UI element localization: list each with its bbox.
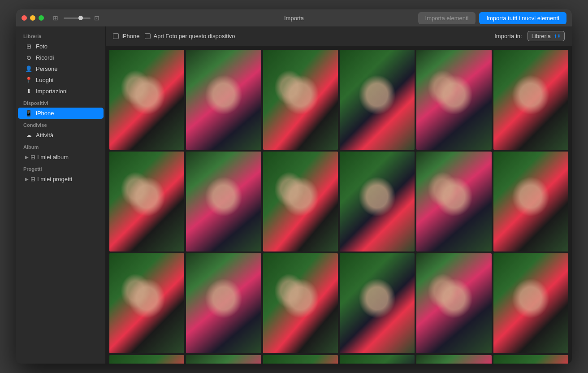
import-destination-dropdown[interactable]: Libreria ⬆⬇ [527, 31, 565, 41]
sidebar: Libreria ⊞ Foto ⊙ Ricordi 👤 Persone 📍 Lu… [16, 26, 106, 364]
album-icon: ⊞ [30, 154, 35, 160]
photo-thumbnail[interactable] [416, 253, 491, 353]
photo-thumbnail[interactable] [109, 253, 184, 353]
grid-icon: ⊞ [51, 13, 60, 22]
main-layout: Libreria ⊞ Foto ⊙ Ricordi 👤 Persone 📍 Lu… [16, 26, 572, 364]
sidebar-item-persone[interactable]: 👤 Persone [18, 63, 104, 74]
sidebar-item-iphone-label: iPhone [36, 110, 54, 117]
iphone-icon: 📱 [25, 110, 32, 117]
photo-thumbnail[interactable] [340, 253, 415, 353]
album-section-label: Album [16, 141, 105, 152]
app-window: ⊞ ⊡ Importa Importa elementi Importa tut… [16, 9, 572, 364]
sidebar-item-luoghi[interactable]: 📍 Luoghi [18, 74, 104, 86]
persone-icon: 👤 [25, 65, 32, 72]
photo-thumbnail[interactable] [416, 50, 491, 150]
close-button[interactable] [22, 15, 27, 21]
content-area: iPhone Apri Foto per questo dispositivo … [106, 26, 572, 364]
photo-thumbnail[interactable] [186, 253, 261, 353]
import-elements-button[interactable]: Importa elementi [418, 12, 476, 24]
sidebar-item-importazioni-label: Importazioni [36, 88, 68, 95]
import-all-new-button[interactable]: Importa tutti i nuovi elementi [479, 12, 566, 24]
maximize-button[interactable] [39, 15, 44, 21]
shared-section-label: Condivise [16, 119, 105, 130]
sidebar-item-attivita[interactable]: ☁ Attività [18, 130, 104, 141]
device-checkbox[interactable] [113, 33, 119, 39]
sidebar-item-importazioni[interactable]: ⬇ Importazioni [18, 86, 104, 97]
ricordi-icon: ⊙ [25, 54, 32, 61]
luoghi-icon: 📍 [25, 77, 32, 83]
photo-thumbnail[interactable] [186, 355, 261, 364]
window-title: Importa [284, 15, 304, 22]
devices-section-label: Dispositivi [16, 97, 105, 108]
device-name-label: iPhone [121, 33, 139, 39]
photo-thumbnail[interactable] [263, 355, 338, 364]
photo-thumbnail[interactable] [186, 50, 261, 150]
photo-thumbnail[interactable] [186, 152, 261, 252]
photo-thumbnail[interactable] [109, 50, 184, 150]
foto-icon: ⊞ [25, 43, 32, 50]
importazioni-icon: ⬇ [25, 88, 32, 95]
photo-thumbnail[interactable] [263, 152, 338, 252]
photo-thumbnail[interactable] [109, 152, 184, 252]
sidebar-item-iphone[interactable]: 📱 iPhone [18, 108, 104, 119]
photo-grid-container[interactable] [106, 46, 572, 364]
library-section-label: Libreria [16, 30, 105, 41]
import-destination-value: Libreria [532, 33, 551, 39]
projects-icon: ⊞ [30, 176, 35, 182]
photo-thumbnail[interactable] [493, 355, 568, 364]
photo-thumbnail[interactable] [263, 253, 338, 353]
sidebar-item-foto[interactable]: ⊞ Foto [18, 41, 104, 52]
sidebar-item-ricordi[interactable]: ⊙ Ricordi [18, 52, 104, 63]
titlebar-controls: ⊞ ⊡ [51, 13, 101, 22]
device-checkbox-label[interactable]: iPhone [113, 33, 139, 39]
sidebar-item-attivita-label: Attività [36, 132, 53, 139]
photo-thumbnail[interactable] [493, 152, 568, 252]
zoom-slider[interactable] [64, 17, 91, 19]
sidebar-item-luoghi-label: Luoghi [36, 77, 53, 83]
open-photos-checkbox[interactable] [145, 33, 151, 39]
sidebar-item-foto-label: Foto [36, 43, 48, 50]
photo-thumbnail[interactable] [263, 50, 338, 150]
titlebar-right-buttons: Importa elementi Importa tutti i nuovi e… [418, 12, 566, 24]
import-in-label: Importa in: [494, 33, 522, 39]
sidebar-item-miei-album[interactable]: ▶ ⊞ I miei album [18, 152, 104, 163]
photo-thumbnail[interactable] [493, 253, 568, 353]
fullscreen-icon: ⊡ [92, 13, 101, 22]
photo-thumbnail[interactable] [109, 355, 184, 364]
sidebar-item-progetti-label: I miei progetti [37, 176, 72, 182]
dropdown-arrow-icon: ⬆⬇ [553, 34, 561, 39]
sidebar-item-ricordi-label: Ricordi [36, 54, 54, 61]
import-toolbar: iPhone Apri Foto per questo dispositivo … [106, 26, 572, 46]
album-chevron-icon: ▶ [25, 155, 29, 160]
traffic-lights [22, 15, 44, 21]
sidebar-item-album-label: I miei album [37, 154, 69, 160]
photo-grid [109, 50, 568, 364]
photo-thumbnail[interactable] [493, 50, 568, 150]
open-photos-label: Apri Foto per questo dispositivo [153, 33, 235, 39]
photo-thumbnail[interactable] [416, 355, 491, 364]
sidebar-item-miei-progetti[interactable]: ▶ ⊞ I miei progetti [18, 173, 104, 185]
minimize-button[interactable] [30, 15, 35, 21]
open-photos-checkbox-label[interactable]: Apri Foto per questo dispositivo [145, 33, 235, 39]
projects-chevron-icon: ▶ [25, 177, 29, 182]
titlebar: ⊞ ⊡ Importa Importa elementi Importa tut… [16, 9, 572, 26]
photo-thumbnail[interactable] [340, 355, 415, 364]
photo-thumbnail[interactable] [340, 152, 415, 252]
attivita-icon: ☁ [25, 132, 32, 139]
photo-thumbnail[interactable] [416, 152, 491, 252]
photo-thumbnail[interactable] [340, 50, 415, 150]
projects-section-label: Progetti [16, 163, 105, 173]
sidebar-item-persone-label: Persone [36, 65, 57, 72]
